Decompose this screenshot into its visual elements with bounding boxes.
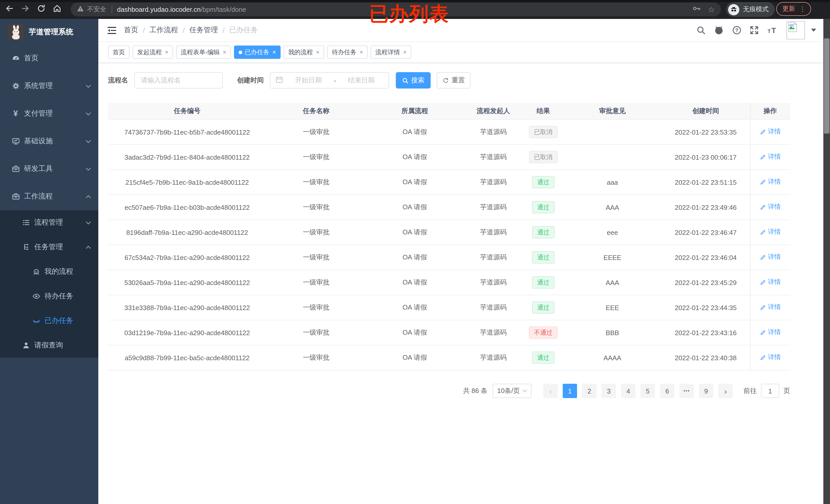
browser-update-button[interactable]: 更新 ⋮ — [776, 2, 811, 16]
omnibox-divider — [111, 6, 112, 13]
chevron-up-icon — [86, 245, 91, 249]
page-number-button[interactable]: 6 — [660, 384, 674, 398]
detail-link[interactable]: 详情 — [760, 278, 781, 287]
url-text[interactable]: dashboard.yudao.iocoder.cn/bpm/task/done — [117, 6, 246, 13]
process-name-input[interactable]: 请输入流程名 — [134, 72, 223, 89]
bookmark-star-icon[interactable]: ☆ — [708, 6, 715, 13]
fullscreen-icon[interactable] — [749, 26, 759, 35]
tab-首页[interactable]: 首页 × — [108, 45, 130, 59]
cell-process: OA 请假 — [366, 295, 464, 320]
not-secure-icon — [77, 5, 84, 14]
sidebar-item-研发工具[interactable]: 研发工具 — [0, 155, 98, 183]
breadcrumb-item[interactable]: 首页 — [124, 26, 138, 35]
sidebar-item-支付管理[interactable]: ¥ 支付管理 — [0, 100, 98, 127]
detail-link[interactable]: 详情 — [760, 203, 781, 211]
sidebar-item-系统管理[interactable]: 系统管理 — [0, 72, 98, 100]
github-icon[interactable] — [714, 25, 724, 35]
breadcrumb-item[interactable]: 工作流程 — [150, 26, 178, 35]
more-pages-button[interactable]: ••• — [679, 384, 694, 398]
browser-menu-dots-icon[interactable]: ⋮ — [799, 5, 806, 13]
saved-password-key-icon[interactable] — [692, 4, 701, 15]
menu-item-label: 请假查询 — [34, 341, 63, 350]
font-size-icon[interactable]: TT — [767, 26, 778, 35]
detail-link[interactable]: 详情 — [760, 353, 781, 362]
tab-已办任务[interactable]: 已办任务 × — [234, 45, 281, 59]
cell-result: 已取消 — [523, 144, 563, 170]
sidebar-item-我的流程[interactable]: 我的流程 — [0, 260, 98, 284]
detail-link[interactable]: 详情 — [760, 303, 781, 312]
sidebar-fold-icon[interactable] — [106, 25, 117, 36]
help-icon[interactable]: ? — [732, 26, 741, 35]
cell-actions: 详情 — [750, 120, 790, 144]
table-row: ec507ae6-7b9a-11ec-b03b-acde48001122 一级审… — [108, 195, 790, 220]
tab-close-icon[interactable]: × — [165, 48, 168, 56]
page-number-button[interactable]: 3 — [602, 384, 616, 398]
page-number-button[interactable]: 1 — [563, 384, 577, 398]
date-end-placeholder[interactable]: 结束日期 — [339, 76, 384, 85]
cell-actions: 详情 — [750, 295, 790, 320]
table-header-cell: 所属流程 — [366, 103, 464, 120]
page-size-select[interactable]: 10条/页 — [492, 384, 532, 398]
prev-page-button[interactable]: ‹ — [543, 384, 557, 398]
tab-流程详情[interactable]: 流程详情 × — [371, 45, 411, 59]
detail-link[interactable]: 详情 — [760, 253, 781, 262]
table-row: a59c9d88-7b99-11ec-ba5c-acde48001122 一级审… — [108, 345, 790, 370]
date-start-placeholder[interactable]: 开始日期 — [286, 76, 331, 85]
page-number-button[interactable]: 2 — [582, 384, 597, 398]
table-header-cell: 任务编号 — [108, 103, 266, 120]
tab-待办任务[interactable]: 待办任务 × — [327, 45, 368, 59]
cell-starter: 芋道源码 — [464, 195, 523, 220]
tab-close-icon[interactable]: × — [403, 48, 407, 56]
detail-link[interactable]: 详情 — [760, 328, 781, 337]
header-search-icon[interactable] — [696, 26, 706, 35]
avatar-broken-image[interactable] — [787, 21, 805, 39]
tab-发起流程[interactable]: 发起流程 × — [133, 45, 173, 59]
tab-close-icon[interactable]: × — [223, 48, 226, 56]
sidebar-item-任务管理[interactable]: 任务管理 — [0, 235, 98, 260]
sidebar-item-基础设施[interactable]: 基础设施 — [0, 127, 98, 155]
tab-close-icon[interactable]: × — [273, 48, 276, 56]
date-range-picker[interactable]: 开始日期 - 结束日期 — [270, 72, 389, 89]
browser-back-icon[interactable] — [5, 4, 14, 13]
detail-link[interactable]: 详情 — [760, 178, 781, 187]
sidebar-item-首页[interactable]: 首页 — [0, 44, 98, 72]
tab-close-icon[interactable]: × — [359, 48, 363, 56]
sidebar-item-工作流程[interactable]: 工作流程 — [0, 183, 98, 210]
detail-link[interactable]: 详情 — [760, 228, 781, 237]
result-badge: 通过 — [532, 301, 554, 314]
goto-page-input[interactable]: 1 — [761, 384, 779, 398]
browser-scrollbar[interactable] — [823, 19, 830, 504]
sidebar-item-流程管理[interactable]: 流程管理 — [0, 210, 98, 235]
page-number-button[interactable]: 5 — [641, 384, 655, 398]
menu-item-label: 系统管理 — [24, 81, 53, 91]
cell-task-name: 一级审批 — [266, 144, 366, 170]
scrollbar-thumb[interactable] — [824, 38, 829, 134]
security-label[interactable]: 不安全 — [87, 5, 106, 14]
tab-close-icon[interactable]: × — [316, 48, 320, 56]
detail-link[interactable]: 详情 — [760, 128, 781, 136]
avatar-caret-down-icon[interactable] — [811, 29, 816, 32]
sidebar-item-请假查询[interactable]: 请假查询 — [0, 333, 98, 358]
sidebar-item-已办任务[interactable]: 已办任务 — [0, 308, 98, 333]
search-button[interactable]: 搜索 — [396, 72, 430, 89]
reset-button[interactable]: 重置 — [437, 72, 471, 89]
browser-home-icon[interactable] — [53, 4, 61, 13]
app-logo-row[interactable]: 芋道管理系统 — [0, 19, 98, 44]
sidebar-item-待办任务[interactable]: 待办任务 — [0, 284, 98, 308]
tab-流程表单-编辑[interactable]: 流程表单-编辑 × — [176, 45, 231, 59]
cell-process: OA 请假 — [366, 245, 464, 270]
tab-我的流程[interactable]: 我的流程 × — [284, 45, 324, 59]
tab-label: 待办任务 — [332, 48, 356, 57]
cell-task-name: 一级审批 — [266, 120, 366, 144]
page-number-button[interactable]: 9 — [699, 384, 713, 398]
breadcrumb-item[interactable]: 任务管理 — [189, 26, 218, 35]
next-page-button[interactable]: › — [719, 384, 733, 398]
detail-link[interactable]: 详情 — [760, 153, 781, 161]
page-number-button[interactable]: 4 — [621, 384, 635, 398]
browser-forward-icon[interactable] — [21, 4, 30, 13]
svg-text:?: ? — [735, 27, 738, 33]
tab-label: 流程表单-编辑 — [181, 48, 220, 57]
app-title: 芋道管理系统 — [29, 27, 73, 37]
browser-reload-icon[interactable] — [37, 4, 45, 13]
app-header: 首页/工作流程/任务管理/已办任务 ? TT — [98, 19, 823, 41]
